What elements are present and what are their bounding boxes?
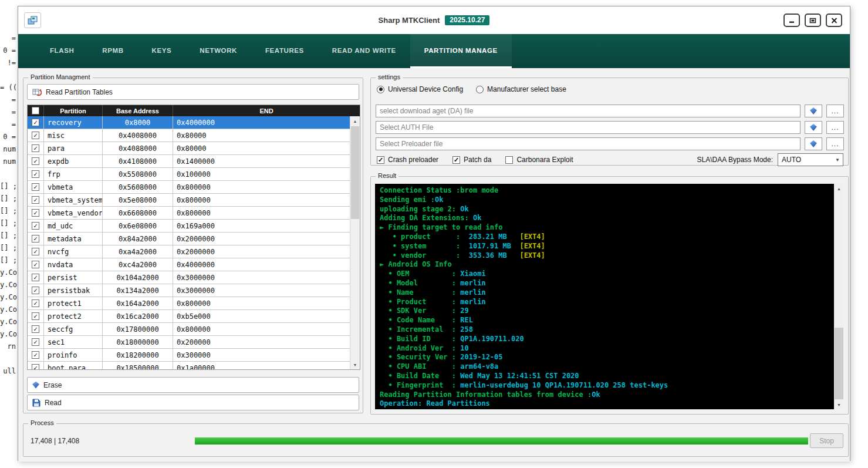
partition-row-nvcfg[interactable]: ✓nvcfg0xa4a20000x2000000 bbox=[28, 245, 350, 258]
tab-features[interactable]: FEATURES bbox=[251, 34, 318, 68]
row-checkbox[interactable]: ✓ bbox=[32, 364, 39, 369]
tab-partition-manage[interactable]: PARTITION MANAGE bbox=[410, 34, 512, 68]
row-checkbox[interactable]: ✓ bbox=[32, 338, 39, 346]
da-file-input[interactable] bbox=[376, 105, 801, 117]
table-scrollbar[interactable]: ▲ ▼ bbox=[350, 116, 360, 369]
auth-file-input[interactable] bbox=[376, 121, 801, 134]
scroll-down-arrow[interactable]: ▼ bbox=[834, 400, 844, 409]
partition-row-protect2[interactable]: ✓protect20x16ca20000xb5e000 bbox=[28, 310, 350, 323]
console-scrollbar[interactable]: ▲ ▼ bbox=[834, 184, 844, 409]
erase-icon bbox=[32, 382, 39, 389]
partition-row-frp[interactable]: ✓frp0x55080000x100000 bbox=[28, 168, 350, 181]
scroll-up-arrow[interactable]: ▲ bbox=[350, 116, 360, 126]
auth-file-browse-button[interactable]: ... bbox=[826, 121, 844, 134]
preloader-file-browse-button[interactable]: ... bbox=[826, 137, 844, 150]
da-file-browse-button[interactable]: ... bbox=[826, 105, 844, 117]
result-panel: Result Connection Status :brom modeSendi… bbox=[370, 176, 849, 415]
checkbox-icon[interactable]: ✓ bbox=[377, 156, 384, 164]
auth-file-clear-button[interactable] bbox=[805, 121, 822, 134]
stop-button[interactable]: Stop bbox=[810, 433, 843, 448]
tab-keys[interactable]: KEYS bbox=[138, 34, 186, 68]
maximize-button[interactable] bbox=[805, 14, 821, 27]
partition-row-proinfo[interactable]: ✓proinfo0x182000000x300000 bbox=[28, 349, 350, 362]
checkbox-icon[interactable] bbox=[505, 156, 513, 164]
row-checkbox[interactable]: ✓ bbox=[32, 261, 39, 268]
scroll-thumb[interactable] bbox=[835, 328, 843, 399]
close-button[interactable] bbox=[826, 14, 842, 27]
preloader-file-clear-button[interactable] bbox=[805, 137, 822, 150]
code-fragment: [] ; bbox=[0, 242, 16, 254]
console-line: Connection Status :brom mode bbox=[380, 186, 832, 196]
checkbox-icon[interactable]: ✓ bbox=[452, 156, 460, 164]
row-checkbox[interactable]: ✓ bbox=[32, 119, 39, 126]
read-save-icon bbox=[32, 399, 40, 407]
da-file-clear-button[interactable] bbox=[805, 105, 822, 117]
scroll-track[interactable] bbox=[834, 193, 844, 400]
partition-row-expdb[interactable]: ✓expdb0x41080000x1400000 bbox=[28, 155, 350, 168]
cell-base-address: 0x8000 bbox=[103, 116, 173, 129]
radio-manufacturer-select-base[interactable]: Manufacturer select base bbox=[476, 85, 566, 93]
bypass-mode-dropdown[interactable]: AUTO ▼ bbox=[778, 153, 843, 166]
chevron-down-icon: ▼ bbox=[832, 157, 843, 163]
row-checkbox[interactable]: ✓ bbox=[32, 170, 39, 178]
row-checkbox[interactable]: ✓ bbox=[32, 274, 39, 281]
row-checkbox[interactable]: ✓ bbox=[32, 183, 39, 191]
partition-row-protect1[interactable]: ✓protect10x164a20000x800000 bbox=[28, 297, 350, 310]
read-button[interactable]: Read bbox=[27, 395, 359, 410]
partition-row-sec1[interactable]: ✓sec10x180000000x200000 bbox=[28, 336, 350, 349]
row-checkbox[interactable]: ✓ bbox=[32, 248, 39, 255]
erase-button[interactable]: Erase bbox=[27, 377, 359, 393]
select-all-checkbox[interactable] bbox=[32, 107, 39, 115]
row-checkbox[interactable]: ✓ bbox=[32, 209, 39, 217]
row-checkbox[interactable]: ✓ bbox=[32, 299, 39, 307]
tab-rpmb[interactable]: RPMB bbox=[88, 34, 137, 68]
cell-end: 0x100000 bbox=[173, 168, 350, 180]
partition-row-seccfg[interactable]: ✓seccfg0x178000000x800000 bbox=[28, 323, 350, 336]
row-checkbox[interactable]: ✓ bbox=[32, 287, 39, 294]
partition-row-vbmeta_system[interactable]: ✓vbmeta_system0x5e080000x800000 bbox=[28, 194, 350, 207]
partition-row-persistbak[interactable]: ✓persistbak0x134a20000x3000000 bbox=[28, 284, 350, 297]
row-checkbox[interactable]: ✓ bbox=[32, 325, 39, 333]
read-partition-tables-button[interactable]: Read Partition Tables bbox=[27, 84, 359, 100]
row-checkbox[interactable]: ✓ bbox=[32, 235, 39, 243]
partition-row-para[interactable]: ✓para0x40880000x80000 bbox=[28, 142, 350, 155]
scroll-thumb[interactable] bbox=[351, 126, 359, 219]
scroll-up-arrow[interactable]: ▲ bbox=[834, 184, 844, 193]
row-checkbox[interactable]: ✓ bbox=[32, 196, 39, 204]
row-checkbox[interactable]: ✓ bbox=[32, 132, 39, 139]
partition-row-vbmeta_vendor[interactable]: ✓vbmeta_vendor0x66080000x800000 bbox=[28, 207, 350, 220]
partition-row-misc[interactable]: ✓misc0x40080000x80000 bbox=[28, 129, 350, 142]
da-file-row: ... bbox=[376, 105, 844, 117]
preloader-file-input[interactable] bbox=[376, 137, 801, 150]
row-checkbox[interactable]: ✓ bbox=[32, 312, 39, 320]
code-fragment: [] ; bbox=[0, 205, 16, 217]
checkbox-patch-da[interactable]: ✓Patch da bbox=[452, 156, 491, 164]
partition-row-metadata[interactable]: ✓metadata0x84a20000x2000000 bbox=[28, 233, 350, 245]
partition-row-vbmeta[interactable]: ✓vbmeta0x56080000x800000 bbox=[28, 181, 350, 194]
minimize-button[interactable] bbox=[783, 14, 800, 27]
diamond-icon bbox=[810, 140, 817, 147]
row-checkbox[interactable]: ✓ bbox=[32, 157, 39, 165]
row-checkbox[interactable]: ✓ bbox=[32, 144, 39, 152]
row-checkbox[interactable]: ✓ bbox=[32, 222, 39, 230]
tab-flash[interactable]: FLASH bbox=[36, 34, 88, 68]
cell-end: 0x800000 bbox=[173, 181, 350, 193]
scroll-down-arrow[interactable]: ▼ bbox=[350, 360, 360, 369]
code-fragment: [] ; bbox=[0, 193, 16, 205]
radio-universal-device-config[interactable]: Universal Device Config bbox=[377, 85, 463, 93]
partition-row-recovery[interactable]: ✓recovery0x80000x4000000 bbox=[28, 116, 350, 129]
partition-row-boot_para[interactable]: ✓boot_para0x185000000x1a00000 bbox=[28, 362, 350, 369]
settings-legend: settings bbox=[376, 73, 403, 80]
partition-row-nvdata[interactable]: ✓nvdata0xc4a20000x4000000 bbox=[28, 258, 350, 271]
partition-row-persist[interactable]: ✓persist0x104a20000x3000000 bbox=[28, 271, 350, 284]
row-checkbox[interactable]: ✓ bbox=[32, 351, 39, 359]
scroll-track[interactable] bbox=[350, 126, 360, 360]
console-line: ► Android OS Info bbox=[380, 260, 832, 270]
checkbox-crash-preloader[interactable]: ✓Crash preloader bbox=[377, 156, 438, 164]
checkbox-carbonara-exploit[interactable]: Carbonara Exploit bbox=[505, 156, 573, 164]
radio-button-icon[interactable] bbox=[476, 86, 484, 93]
partition-row-md_udc[interactable]: ✓md_udc0x6e080000x169a000 bbox=[28, 220, 350, 233]
tab-network[interactable]: NETWORK bbox=[185, 34, 251, 68]
tab-read-and-write[interactable]: READ AND WRITE bbox=[318, 34, 410, 68]
radio-button-icon[interactable] bbox=[377, 86, 384, 93]
